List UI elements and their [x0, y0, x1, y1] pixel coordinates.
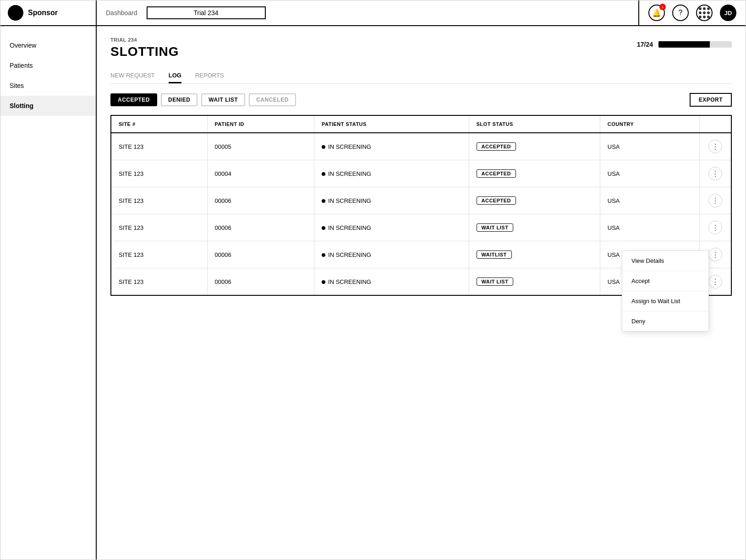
app-wrapper: Sponsor Dashboard 🔔 1 ? JD: [0, 0, 746, 560]
logo-text: Sponsor: [28, 9, 58, 17]
col-patient-id: PATIENT ID: [207, 115, 314, 133]
cell-slot-status: ACCEPTED: [469, 160, 600, 187]
col-actions: [699, 115, 731, 133]
cell-action: ⋮: [699, 214, 731, 241]
cell-patient-id: 00006: [207, 241, 314, 268]
slot-badge: WAIT LIST: [477, 277, 514, 286]
tab-reports[interactable]: REPORTS: [195, 68, 224, 83]
cell-patient-status: IN SCREENING: [314, 133, 469, 160]
cell-patient-status: IN SCREENING: [314, 160, 469, 187]
status-dot: [322, 199, 325, 203]
main-layout: Overview Patients Sites Slotting TRIAL 2…: [0, 26, 746, 560]
cell-slot-status: WAIT LIST: [469, 268, 600, 296]
table-row: SITE 123 00006 IN SCREENING ACCEPTED USA…: [111, 187, 731, 214]
cell-slot-status: WAITLIST: [469, 241, 600, 268]
cell-site: SITE 123: [111, 241, 207, 268]
filter-row: ACCEPTED DENIED WAIT LIST CANCELED EXPOR…: [110, 93, 732, 107]
col-patient-status: PATIENT STATUS: [314, 115, 469, 133]
apps-button[interactable]: [696, 5, 713, 21]
row-action-button[interactable]: ⋮: [708, 167, 722, 180]
context-menu-view-details[interactable]: View Details: [622, 251, 708, 271]
context-menu: View Details Accept Assign to Wait List …: [622, 250, 709, 332]
cell-country: USA: [600, 160, 699, 187]
slot-badge: ACCEPTED: [477, 196, 516, 205]
title-row: TRIAL 234 SLOTTING 17/24: [110, 37, 732, 59]
trial-label: TRIAL 234: [110, 37, 179, 43]
table-row: SITE 123 00004 IN SCREENING ACCEPTED USA…: [111, 160, 731, 187]
cell-country: USA: [600, 187, 699, 214]
content-area: TRIAL 234 SLOTTING 17/24 NEW REQUEST LOG…: [97, 26, 746, 560]
filter-buttons: ACCEPTED DENIED WAIT LIST CANCELED: [110, 93, 296, 106]
trial-input[interactable]: [147, 6, 266, 19]
top-bar: Sponsor Dashboard 🔔 1 ? JD: [0, 0, 746, 26]
sidebar-item-sites[interactable]: Sites: [0, 76, 96, 96]
top-bar-center: Dashboard: [97, 6, 638, 19]
filter-accepted[interactable]: ACCEPTED: [110, 93, 157, 106]
progress-bar-fill: [658, 41, 710, 48]
col-country: COUNTRY: [600, 115, 699, 133]
cell-country: USA: [600, 133, 699, 160]
grid-icon: [699, 7, 710, 18]
sidebar-item-patients[interactable]: Patients: [0, 55, 96, 76]
status-dot: [322, 172, 325, 176]
tab-log[interactable]: LOG: [169, 68, 181, 83]
cell-slot-status: ACCEPTED: [469, 133, 600, 160]
notification-button[interactable]: 🔔 1: [648, 5, 665, 21]
cell-patient-status: IN SCREENING: [314, 214, 469, 241]
cell-patient-id: 00006: [207, 187, 314, 214]
cell-patient-id: 00006: [207, 214, 314, 241]
sidebar-item-slotting[interactable]: Slotting: [0, 96, 96, 116]
cell-slot-status: WAIT LIST: [469, 214, 600, 241]
slot-badge: ACCEPTED: [477, 142, 516, 151]
bell-icon: 🔔: [652, 9, 661, 17]
filter-waitlist[interactable]: WAIT LIST: [201, 93, 245, 106]
top-bar-right: 🔔 1 ? JD: [638, 0, 746, 25]
cell-patient-status: IN SCREENING: [314, 187, 469, 214]
filter-denied[interactable]: DENIED: [161, 93, 197, 106]
status-dot: [322, 280, 325, 284]
cell-site: SITE 123: [111, 133, 207, 160]
row-action-button[interactable]: ⋮: [708, 194, 722, 207]
status-dot: [322, 253, 325, 257]
slot-badge: WAITLIST: [477, 250, 512, 259]
cell-patient-status: IN SCREENING: [314, 241, 469, 268]
title-block: TRIAL 234 SLOTTING: [110, 37, 179, 59]
cell-slot-status: ACCEPTED: [469, 187, 600, 214]
cell-action: ⋮: [699, 187, 731, 214]
context-menu-deny[interactable]: Deny: [622, 311, 708, 331]
context-menu-accept[interactable]: Accept: [622, 271, 708, 291]
help-button[interactable]: ?: [672, 5, 689, 21]
export-button[interactable]: EXPORT: [690, 93, 732, 107]
notification-badge: 1: [659, 4, 666, 10]
table-row: SITE 123 00005 IN SCREENING ACCEPTED USA…: [111, 133, 731, 160]
cell-patient-id: 00005: [207, 133, 314, 160]
row-action-button[interactable]: ⋮: [708, 275, 722, 288]
logo-icon: [8, 5, 23, 21]
progress-area: 17/24: [637, 41, 732, 48]
filter-canceled[interactable]: CANCELED: [249, 93, 296, 106]
row-action-button[interactable]: ⋮: [708, 248, 722, 261]
slot-badge: ACCEPTED: [477, 169, 516, 178]
sidebar-item-overview[interactable]: Overview: [0, 35, 96, 55]
table-row: SITE 123 00006 IN SCREENING WAIT LIST US…: [111, 214, 731, 241]
cell-action: ⋮: [699, 133, 731, 160]
slot-badge: WAIT LIST: [477, 223, 514, 232]
tab-new-request[interactable]: NEW REQUEST: [110, 68, 155, 83]
dashboard-label: Dashboard: [106, 9, 137, 16]
context-menu-assign-waitlist[interactable]: Assign to Wait List: [622, 291, 708, 311]
col-site: SITE #: [111, 115, 207, 133]
cell-site: SITE 123: [111, 268, 207, 296]
cell-country: USA: [600, 214, 699, 241]
row-action-button[interactable]: ⋮: [708, 221, 722, 234]
user-avatar[interactable]: JD: [720, 5, 736, 21]
progress-text: 17/24: [637, 41, 653, 48]
status-dot: [322, 145, 325, 149]
row-action-button[interactable]: ⋮: [708, 140, 722, 153]
cell-patient-status: IN SCREENING: [314, 268, 469, 296]
col-slot-status: SLOT STATUS: [469, 115, 600, 133]
tabs: NEW REQUEST LOG REPORTS: [110, 68, 732, 84]
status-dot: [322, 226, 325, 230]
progress-bar: [658, 41, 732, 48]
cell-site: SITE 123: [111, 160, 207, 187]
top-bar-left: Sponsor: [0, 0, 97, 25]
